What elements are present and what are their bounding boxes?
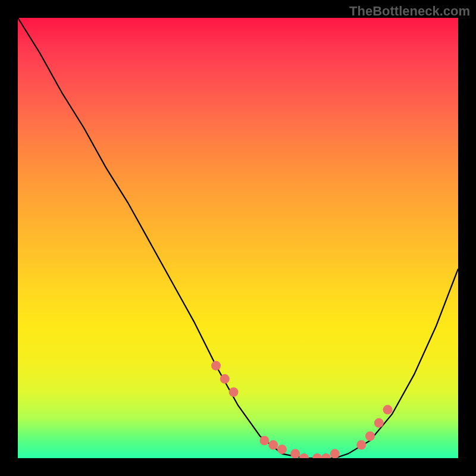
watermark-text: TheBottleneck.com xyxy=(349,4,470,19)
data-marker xyxy=(220,374,230,384)
data-marker xyxy=(312,453,322,458)
plot-area xyxy=(18,18,458,458)
data-marker xyxy=(356,440,366,450)
data-marker xyxy=(330,449,340,458)
chart-container: TheBottleneck.com xyxy=(0,0,476,476)
data-marker xyxy=(299,453,309,458)
data-marker xyxy=(211,361,221,371)
data-marker xyxy=(290,449,300,458)
data-marker xyxy=(277,444,287,454)
chart-svg xyxy=(18,18,458,458)
data-marker xyxy=(374,418,384,428)
data-marker xyxy=(365,431,375,441)
data-marker xyxy=(229,387,239,397)
data-marker xyxy=(321,453,331,458)
data-marker xyxy=(268,440,278,450)
data-marker xyxy=(259,436,269,445)
data-markers xyxy=(211,361,393,458)
data-marker xyxy=(383,405,393,415)
